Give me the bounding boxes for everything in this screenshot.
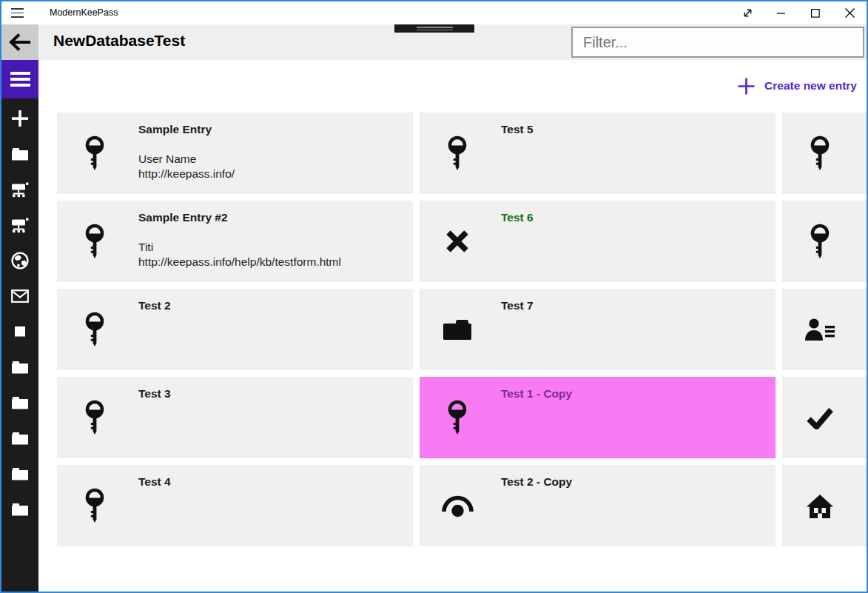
folder-icon <box>11 396 29 409</box>
entry-card[interactable] <box>782 201 868 282</box>
app-title: ModernKeePass <box>50 1 118 24</box>
key-icon <box>782 201 858 282</box>
entry-title: Test 3 <box>138 386 407 401</box>
titlebar: ModernKeePass <box>1 1 867 24</box>
folder-icon <box>11 467 29 480</box>
sidebar-item-folder[interactable] <box>1 421 38 456</box>
entry-card[interactable] <box>782 465 868 546</box>
entry-username: Titi <box>138 240 407 255</box>
sidebar-item-network[interactable] <box>1 172 38 207</box>
home-icon <box>782 465 858 546</box>
sidebar-item-folder[interactable] <box>1 456 38 492</box>
entry-card[interactable]: Test 2 - Copy <box>420 465 776 546</box>
folder-icon <box>11 503 29 516</box>
entry-title: Sample Entry #2 <box>138 210 407 225</box>
entry-grid: Sample Entry User Name http://keepass.in… <box>57 113 868 546</box>
add-icon <box>12 110 28 127</box>
fullscreen-icon <box>741 7 754 19</box>
key-icon <box>57 113 132 194</box>
create-new-entry-label: Create new entry <box>764 79 857 93</box>
maximize-icon <box>811 9 820 18</box>
entry-title: Test 5 <box>501 122 770 137</box>
entry-title: Test 1 - Copy <box>501 386 770 401</box>
folder-icon <box>11 147 29 161</box>
window-controls <box>730 1 867 24</box>
key-icon <box>57 201 132 282</box>
sidebar <box>1 98 38 592</box>
key-icon <box>57 377 132 458</box>
fullscreen-button[interactable] <box>730 1 764 24</box>
network-icon <box>11 218 29 233</box>
page-title: NewDatabaseTest <box>53 32 185 50</box>
entry-card[interactable]: Sample Entry User Name http://keepass.in… <box>57 113 413 194</box>
entry-card[interactable]: Test 5 <box>420 113 776 194</box>
entry-title: Test 7 <box>501 298 770 313</box>
app-window: ModernKeePass <box>0 0 868 593</box>
collapsed-flyout <box>394 24 474 33</box>
filter-input[interactable] <box>571 27 864 58</box>
minimize-button[interactable] <box>764 1 798 24</box>
entry-card[interactable]: Test 6 <box>420 201 776 282</box>
maximize-button[interactable] <box>798 1 832 24</box>
minimize-icon <box>777 9 786 18</box>
key-icon <box>57 465 132 546</box>
entry-card[interactable] <box>782 113 868 194</box>
sidebar-item-network[interactable] <box>1 207 38 243</box>
nav-menu-button[interactable] <box>1 60 38 98</box>
sidebar-item-globe[interactable] <box>1 243 38 278</box>
sidebar-item-folder[interactable] <box>1 385 38 421</box>
entry-title: Test 6 <box>501 210 770 225</box>
back-button[interactable] <box>1 24 38 60</box>
entry-card[interactable]: Test 3 <box>57 377 413 458</box>
sidebar-item-group[interactable] <box>1 314 38 349</box>
sidebar-item-folder[interactable] <box>1 349 38 385</box>
key-icon <box>57 289 132 370</box>
entry-username: User Name <box>138 152 407 167</box>
key-icon <box>782 113 858 194</box>
entry-title: Test 2 <box>138 298 407 313</box>
sidebar-item-add[interactable] <box>1 101 38 136</box>
entry-title: Test 4 <box>138 475 407 489</box>
folder-icon <box>11 361 29 374</box>
entry-card[interactable] <box>782 377 868 458</box>
create-new-entry-button[interactable]: Create new entry <box>737 75 857 97</box>
entry-card-selected[interactable]: Test 1 - Copy <box>420 377 776 458</box>
sidebar-item-folder[interactable] <box>1 136 38 172</box>
entry-url: http://keepass.info/ <box>138 167 407 181</box>
network-icon <box>11 182 29 198</box>
entry-card[interactable]: Test 2 <box>57 289 413 370</box>
entry-card[interactable]: Test 4 <box>57 465 413 546</box>
check-icon <box>782 377 858 458</box>
titlebar-hamburger-icon[interactable] <box>11 7 24 19</box>
key-icon <box>420 377 495 458</box>
entry-title: Sample Entry <box>138 122 407 137</box>
view-icon <box>420 465 495 546</box>
add-icon <box>737 77 756 96</box>
folder-icon <box>420 289 495 370</box>
globe-icon <box>11 252 29 269</box>
entry-title: Test 2 - Copy <box>501 475 770 489</box>
key-icon <box>420 113 495 194</box>
back-arrow-icon <box>7 31 33 53</box>
square-icon <box>15 326 25 337</box>
entry-card[interactable] <box>782 289 868 370</box>
folder-icon <box>11 432 29 445</box>
entry-url: http://keepass.info/help/kb/testform.htm… <box>138 255 407 269</box>
sidebar-item-folder[interactable] <box>1 492 38 527</box>
close-icon <box>845 8 855 18</box>
x-icon <box>420 201 495 282</box>
mail-icon <box>11 289 29 303</box>
sidebar-item-mail[interactable] <box>1 278 38 314</box>
close-button[interactable] <box>832 1 867 24</box>
entry-card[interactable]: Sample Entry #2 Titi http://keepass.info… <box>57 201 413 282</box>
entry-card[interactable]: Test 7 <box>420 289 776 370</box>
contact-info-icon <box>782 289 858 370</box>
